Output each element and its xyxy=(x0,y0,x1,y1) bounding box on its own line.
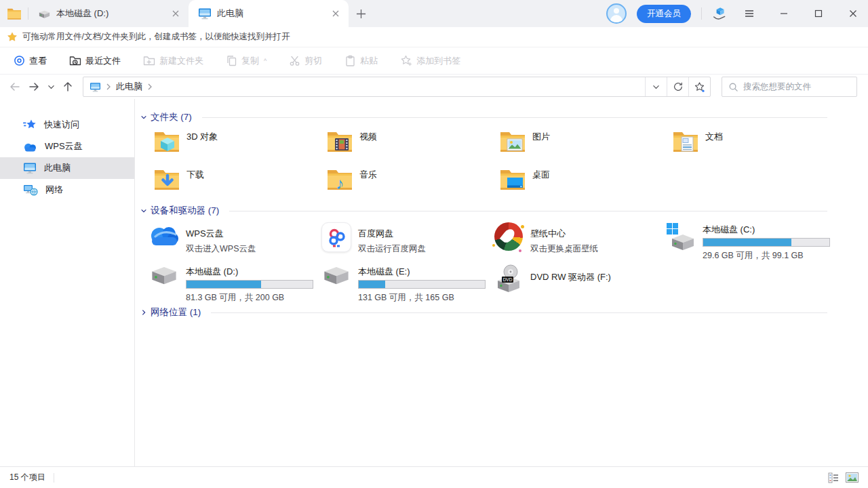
drive-icon xyxy=(149,264,180,304)
device-item[interactable]: 壁纸中心双击更换桌面壁纸 xyxy=(493,222,664,255)
folder-item-label: 音乐 xyxy=(359,169,377,202)
device-item[interactable]: 百度网盘双击运行百度网盘 xyxy=(321,222,492,255)
folder-item[interactable]: 视频 xyxy=(326,129,496,164)
device-item-subtitle: 双击进入WPS云盘 xyxy=(186,243,256,255)
toolbar-button-paste[interactable]: 粘贴 xyxy=(344,55,378,67)
device-item-subtitle: 双击运行百度网盘 xyxy=(358,243,426,255)
address-dropdown-icon[interactable] xyxy=(645,77,667,96)
close-window-button[interactable] xyxy=(841,0,865,27)
back-icon[interactable] xyxy=(5,81,24,93)
toolbar-button-view[interactable]: 查看 xyxy=(14,55,47,67)
sidebar-item-label: 此电脑 xyxy=(44,162,71,174)
network-icon xyxy=(23,184,38,196)
device-item[interactable]: 本地磁盘 (E:)131 GB 可用，共 165 GB xyxy=(321,264,492,304)
menu-icon[interactable] xyxy=(737,0,762,27)
folder-item[interactable]: 图片 xyxy=(499,129,669,164)
toolbar-button-label: 添加到书签 xyxy=(416,55,460,67)
services-icon[interactable] xyxy=(712,6,727,21)
section-header-network[interactable]: 网络位置 (1) xyxy=(140,306,827,319)
device-item[interactable]: DVDDVD RW 驱动器 (F:) xyxy=(493,264,664,293)
chevron-right-icon xyxy=(147,83,153,90)
device-item[interactable]: WPS云盘双击进入WPS云盘 xyxy=(149,222,319,255)
sidebar-item-computer[interactable]: 此电脑 xyxy=(0,157,134,179)
drive-icon xyxy=(38,9,51,18)
computer-icon xyxy=(23,162,37,174)
folder-item-label: 桌面 xyxy=(532,169,550,202)
address-bar[interactable]: 此电脑 xyxy=(83,77,711,97)
history-chevron-icon[interactable] xyxy=(43,83,58,91)
search-input[interactable] xyxy=(743,82,850,92)
device-item-label: 本地磁盘 (C:) xyxy=(703,224,830,235)
toolbar-button-label: 复制 xyxy=(241,55,259,67)
chevron-right-icon xyxy=(106,83,111,90)
sidebar-item-quick-access[interactable]: 快速访问 xyxy=(0,114,134,136)
section-title: 设备和驱动器 (7) xyxy=(151,205,219,217)
thumbnail-view-icon[interactable] xyxy=(846,472,859,483)
toolbar-button-recent[interactable]: 最近文件 xyxy=(69,55,121,67)
device-item-label: 百度网盘 xyxy=(358,228,426,239)
toolbar-button-label: 粘贴 xyxy=(360,55,378,67)
forward-icon[interactable] xyxy=(24,81,43,93)
sidebar-item-network[interactable]: 网络 xyxy=(0,179,134,201)
maximize-button[interactable] xyxy=(806,0,831,27)
folder-item-label: 图片 xyxy=(532,131,550,164)
folder-video-icon xyxy=(326,129,353,164)
svg-text:♪: ♪ xyxy=(336,174,344,191)
folder-item[interactable]: 3D 对象 xyxy=(153,129,323,164)
capacity-text: 81.3 GB 可用，共 200 GB xyxy=(186,292,313,304)
toolbar-button-new-folder[interactable]: 新建文件夹 xyxy=(143,55,203,67)
up-icon[interactable] xyxy=(58,81,77,93)
divider xyxy=(211,312,827,313)
breadcrumb[interactable]: 此电脑 xyxy=(83,77,645,96)
folder-item[interactable]: 文档 xyxy=(672,129,842,164)
sidebar-item-wps-cloud[interactable]: WPS云盘 xyxy=(0,136,134,157)
toolbar-button-copy[interactable]: 复制^ xyxy=(226,55,267,67)
folder-item-label: 视频 xyxy=(359,131,377,164)
open-membership-button[interactable]: 开通会员 xyxy=(637,5,691,23)
folder-item[interactable]: 桌面 xyxy=(499,167,669,202)
device-item[interactable]: 本地磁盘 (C:)29.6 GB 可用，共 99.1 GB xyxy=(665,222,836,262)
capacity-bar xyxy=(186,280,313,289)
breadcrumb-this-pc[interactable]: 此电脑 xyxy=(116,81,142,93)
avatar[interactable] xyxy=(606,3,627,24)
minimize-button[interactable] xyxy=(772,0,796,27)
svg-text:DVD: DVD xyxy=(503,277,513,282)
folder-item-label: 下载 xyxy=(186,169,204,202)
toolbar-button-cut[interactable]: 剪切 xyxy=(289,55,322,67)
capacity-bar xyxy=(358,280,486,289)
new-tab-button[interactable] xyxy=(349,0,373,27)
search-box[interactable] xyxy=(722,77,857,97)
folder-downloads-icon xyxy=(153,167,180,202)
folder-item[interactable]: 下载 xyxy=(153,167,323,202)
toolbar-button-label: 查看 xyxy=(29,55,47,67)
close-icon[interactable] xyxy=(330,7,342,20)
quick-access-icon xyxy=(23,119,37,131)
chevron-down-icon xyxy=(140,207,147,214)
folder-3d-icon xyxy=(153,129,180,164)
details-view-icon[interactable] xyxy=(828,472,839,483)
section-header-folders[interactable]: 文件夹 (7) xyxy=(140,111,827,123)
close-icon[interactable] xyxy=(170,7,182,20)
wallpaper-center-icon xyxy=(493,222,524,255)
section-header-devices[interactable]: 设备和驱动器 (7) xyxy=(140,205,827,217)
sidebar-item-label: 快速访问 xyxy=(44,119,79,131)
folder-item[interactable]: ♪音乐 xyxy=(326,167,496,202)
caret-up-icon: ^ xyxy=(264,58,267,64)
toolbar-button-bookmark-add[interactable]: 添加到书签 xyxy=(400,55,460,67)
tab-active[interactable]: 此电脑 xyxy=(189,0,349,27)
refresh-icon[interactable] xyxy=(667,77,688,96)
divider xyxy=(701,7,702,20)
add-bookmark-star-icon[interactable] xyxy=(688,77,710,96)
section-title: 文件夹 (7) xyxy=(151,111,192,123)
drive-icon xyxy=(321,264,352,304)
search-icon xyxy=(728,82,738,92)
bookmark-star-icon xyxy=(7,32,18,43)
wps-cloud-large-icon xyxy=(149,222,180,255)
tab-inactive[interactable]: 本地磁盘 (D:) xyxy=(28,0,189,27)
item-count: 15 个项目 xyxy=(9,472,45,483)
section-title: 网络位置 (1) xyxy=(151,306,201,319)
computer-icon xyxy=(198,7,212,20)
baidu-netdisk-icon xyxy=(321,222,352,255)
chevron-right-icon xyxy=(140,309,147,316)
device-item[interactable]: 本地磁盘 (D:)81.3 GB 可用，共 200 GB xyxy=(149,264,319,304)
